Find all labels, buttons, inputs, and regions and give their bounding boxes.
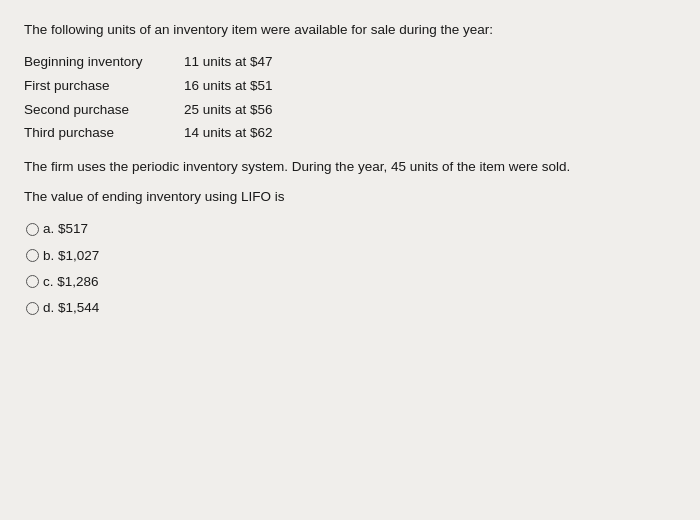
options-list: a. $517b. $1,027c. $1,286d. $1,544 bbox=[26, 219, 676, 318]
inventory-row: First purchase16 units at $51 bbox=[24, 74, 676, 98]
option-label-c: c. $1,286 bbox=[43, 272, 99, 292]
inventory-row-value: 16 units at $51 bbox=[184, 74, 273, 98]
question-text: The value of ending inventory using LIFO… bbox=[24, 187, 676, 207]
option-item-d[interactable]: d. $1,544 bbox=[26, 298, 676, 318]
option-item-b[interactable]: b. $1,027 bbox=[26, 246, 676, 266]
inventory-row-label: Beginning inventory bbox=[24, 50, 184, 74]
inventory-table: Beginning inventory11 units at $47First … bbox=[24, 50, 676, 145]
option-item-a[interactable]: a. $517 bbox=[26, 219, 676, 239]
statement-text: The firm uses the periodic inventory sys… bbox=[24, 157, 676, 177]
inventory-row: Second purchase25 units at $56 bbox=[24, 98, 676, 122]
inventory-row-label: Third purchase bbox=[24, 121, 184, 145]
inventory-row: Third purchase14 units at $62 bbox=[24, 121, 676, 145]
inventory-row: Beginning inventory11 units at $47 bbox=[24, 50, 676, 74]
inventory-row-label: Second purchase bbox=[24, 98, 184, 122]
inventory-row-value: 11 units at $47 bbox=[184, 50, 273, 74]
radio-d[interactable] bbox=[26, 302, 39, 315]
option-item-c[interactable]: c. $1,286 bbox=[26, 272, 676, 292]
intro-text: The following units of an inventory item… bbox=[24, 20, 676, 40]
radio-b[interactable] bbox=[26, 249, 39, 262]
inventory-row-value: 14 units at $62 bbox=[184, 121, 273, 145]
radio-a[interactable] bbox=[26, 223, 39, 236]
inventory-row-value: 25 units at $56 bbox=[184, 98, 273, 122]
option-label-d: d. $1,544 bbox=[43, 298, 99, 318]
option-label-b: b. $1,027 bbox=[43, 246, 99, 266]
option-label-a: a. $517 bbox=[43, 219, 88, 239]
radio-c[interactable] bbox=[26, 275, 39, 288]
inventory-row-label: First purchase bbox=[24, 74, 184, 98]
